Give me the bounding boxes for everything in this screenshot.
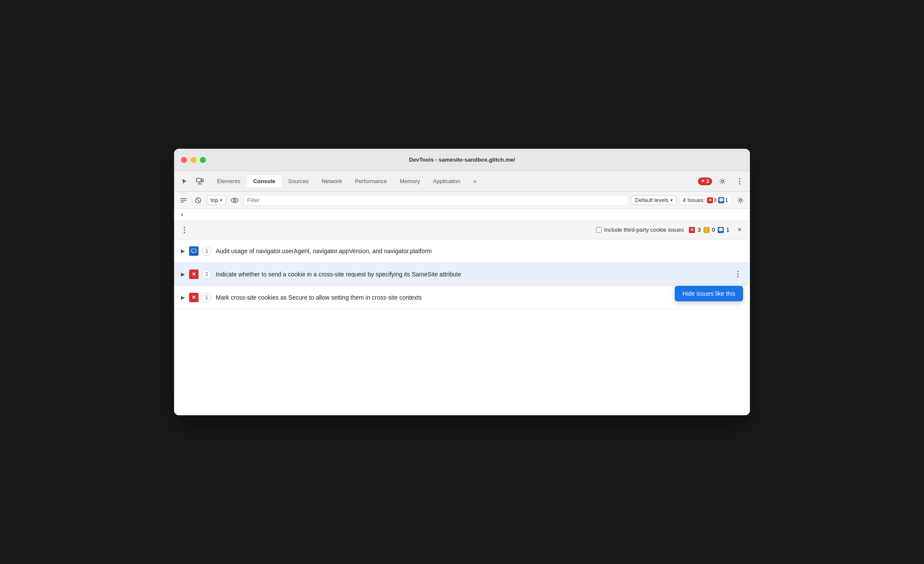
more-options-icon-btn[interactable]: [733, 175, 747, 188]
issue-text-2: Indicate whether to send a cookie in a c…: [216, 271, 729, 278]
info-bubble-icon: 💬: [718, 197, 724, 203]
window-title: DevTools - samesite-sandbox.glitch.me/: [409, 156, 515, 163]
svg-rect-16: [192, 249, 196, 252]
tab-bar-left-controls: [177, 175, 207, 188]
device-icon: [196, 178, 204, 185]
stop-recording-btn[interactable]: [192, 194, 204, 206]
tab-bar: Elements Console Sources Network Perform…: [174, 171, 750, 192]
third-party-checkbox-label[interactable]: Include third-party cookie issues: [596, 227, 684, 233]
error-badge-icon: ✕: [701, 178, 705, 184]
content-area: › Include third-party cookie issues ✕ 3: [174, 209, 750, 415]
chat-icon: [191, 248, 196, 254]
issues-error-count: 3: [698, 227, 701, 233]
svg-point-19: [737, 276, 739, 277]
expand-arrow-1[interactable]: ▶: [181, 248, 185, 254]
issues-label: 4 Issues:: [683, 197, 705, 203]
tab-elements[interactable]: Elements: [211, 175, 246, 187]
console-toolbar: top ▾ Default levels ▾ 4 Issues: ✕ 3 💬 1: [174, 192, 750, 209]
svg-point-15: [184, 232, 185, 233]
svg-point-10: [231, 198, 238, 202]
issues-panel-header: Include third-party cookie issues ✕ 3 ! …: [174, 221, 750, 239]
tab-performance[interactable]: Performance: [349, 175, 393, 187]
issue-count-circle-1: 1: [202, 246, 211, 256]
close-panel-btn[interactable]: ×: [734, 225, 745, 235]
issue-text-3: Mark cross-site cookies as Secure to all…: [216, 294, 743, 301]
clear-console-btn[interactable]: [177, 194, 190, 206]
error-x-icon-2: ✕: [192, 271, 196, 277]
context-label: top: [211, 197, 218, 203]
issue-type-icon-3: ✕: [189, 293, 199, 302]
settings-icon-btn[interactable]: [716, 175, 729, 188]
settings-icon: [737, 197, 744, 204]
expand-indicator-row: ›: [174, 209, 750, 221]
issues-counter[interactable]: 4 Issues: ✕ 3 💬 1: [679, 195, 732, 205]
tab-more[interactable]: »: [467, 175, 482, 187]
svg-rect-0: [196, 178, 201, 182]
title-bar: DevTools - samesite-sandbox.glitch.me/: [174, 149, 750, 171]
svg-rect-1: [202, 179, 203, 182]
tab-console[interactable]: Console: [247, 175, 281, 187]
default-levels-selector[interactable]: Default levels ▾: [631, 195, 676, 205]
gear-icon: [719, 178, 726, 185]
cursor-icon: [181, 178, 188, 185]
tab-memory[interactable]: Memory: [394, 175, 426, 187]
expand-arrow-3[interactable]: ▶: [181, 294, 185, 300]
issues-warning-icon: !: [704, 227, 710, 233]
info-count-badge: 💬 1: [718, 197, 728, 203]
third-party-checkbox-input[interactable]: [596, 227, 602, 233]
svg-point-12: [740, 199, 742, 201]
minimize-control[interactable]: [190, 157, 196, 163]
tab-bar-right: ✕ 3: [698, 175, 747, 188]
default-levels-label: Default levels: [635, 197, 669, 203]
window-controls: [181, 157, 206, 163]
issue-row-2[interactable]: ▶ ✕ 2 Indicate whether to send a cookie …: [174, 263, 750, 286]
error-x-icon: ✕: [707, 197, 713, 203]
maximize-control[interactable]: [200, 157, 206, 163]
tab-network[interactable]: Network: [315, 175, 348, 187]
expand-indicator-icon: ›: [181, 211, 183, 218]
vertical-dots-icon-3: [737, 271, 739, 278]
eye-icon-btn[interactable]: [229, 194, 241, 206]
context-selector[interactable]: top ▾: [207, 195, 226, 205]
issue-count-circle-2: 2: [202, 270, 211, 279]
svg-point-7: [739, 183, 740, 184]
hide-issues-popup[interactable]: Hide issues like this: [675, 286, 743, 301]
chevron-down-icon: ▾: [220, 198, 222, 202]
issue-row-1[interactable]: ▶ 1 Audit usage of navigator.userAgent, …: [174, 239, 750, 263]
error-count-badge: ✕ 3: [707, 197, 717, 203]
issues-panel-right: Include third-party cookie issues ✕ 3 ! …: [596, 225, 745, 235]
svg-point-6: [739, 181, 740, 182]
issue-more-btn-2[interactable]: [733, 269, 743, 279]
svg-point-18: [737, 273, 739, 275]
devtools-window: DevTools - samesite-sandbox.glitch.me/ E…: [174, 149, 750, 415]
issue-type-icon-1: [189, 246, 199, 256]
error-badge-count: 3: [706, 178, 709, 184]
device-icon-btn[interactable]: [193, 175, 207, 188]
chevron-down-icon-2: ▾: [670, 198, 673, 202]
tab-sources[interactable]: Sources: [282, 175, 315, 187]
eye-icon: [231, 198, 239, 203]
issues-warning-count: 0: [712, 227, 715, 233]
close-control[interactable]: [181, 157, 187, 163]
issue-row-3[interactable]: ▶ ✕ 1 Mark cross-site cookies as Secure …: [174, 286, 750, 309]
issues-info-icon: 💬: [718, 227, 724, 233]
expand-arrow-2[interactable]: ▶: [181, 271, 185, 277]
filter-input[interactable]: [243, 195, 628, 206]
cursor-icon-btn[interactable]: [177, 175, 191, 188]
console-settings-btn[interactable]: [734, 194, 747, 206]
issue-count-circle-3: 1: [202, 293, 211, 302]
third-party-label: Include third-party cookie issues: [604, 227, 684, 233]
svg-point-5: [739, 178, 740, 179]
issue-type-icon-2: ✕: [189, 270, 199, 279]
svg-point-11: [234, 199, 236, 201]
tab-application[interactable]: Application: [427, 175, 466, 187]
issue-text-1: Audit usage of navigator.userAgent, navi…: [216, 248, 743, 254]
hide-issues-label: Hide issues like this: [682, 290, 735, 297]
issues-info-count: 1: [726, 227, 729, 233]
issues-counts: ✕ 3 ! 0 💬 1: [689, 227, 729, 233]
issues-more-options-btn[interactable]: [179, 225, 190, 235]
svg-point-14: [184, 229, 185, 230]
svg-point-17: [737, 271, 739, 272]
vertical-dots-icon-2: [184, 227, 185, 233]
svg-line-9: [197, 199, 199, 202]
